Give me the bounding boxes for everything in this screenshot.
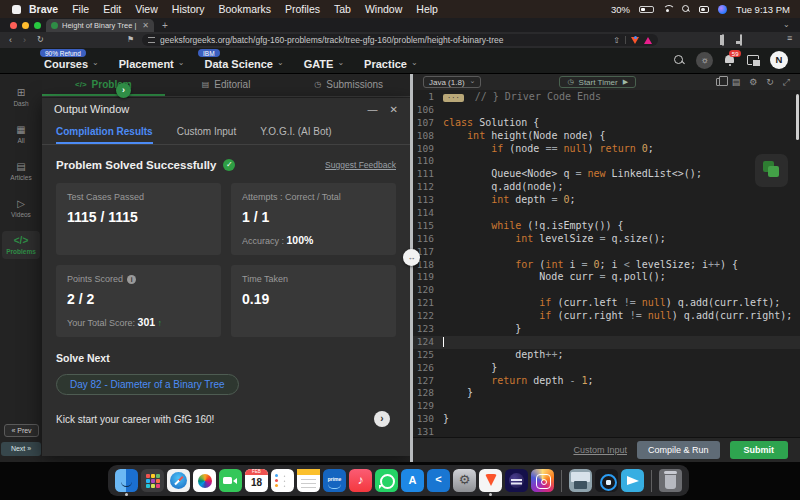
brave-rewards-icon[interactable] bbox=[644, 37, 652, 44]
tab-search-chevron-icon[interactable]: ⌄ bbox=[783, 20, 790, 29]
browser-tab[interactable]: Height of Binary Tree | Practi ✕ bbox=[46, 19, 154, 32]
nav-item-data-science[interactable]: Data Science bbox=[204, 58, 283, 70]
nav-item-placement[interactable]: Placement bbox=[119, 58, 185, 70]
cta-arrow-button[interactable]: › bbox=[374, 411, 390, 427]
share-icon[interactable]: ⇧ bbox=[613, 36, 620, 45]
dock-telegram-icon[interactable] bbox=[621, 469, 644, 492]
dock-minwindow-icon[interactable] bbox=[569, 469, 592, 492]
dock-settings-icon[interactable]: ⚙ bbox=[453, 469, 476, 492]
back-button[interactable]: ‹ bbox=[9, 35, 12, 45]
dock-appstore-icon[interactable]: A bbox=[401, 469, 424, 492]
notifications-bell-icon[interactable]: 59 bbox=[724, 54, 736, 66]
wifi-icon[interactable] bbox=[663, 5, 673, 13]
menubar-item-bookmarks[interactable]: Bookmarks bbox=[218, 3, 271, 15]
menubar-item-history[interactable]: History bbox=[172, 3, 205, 15]
menu-hamburger-icon[interactable]: ≡ bbox=[787, 33, 792, 43]
picture-in-picture-icon[interactable] bbox=[740, 35, 742, 45]
dock-safari-icon[interactable] bbox=[167, 469, 190, 492]
search-icon[interactable] bbox=[674, 55, 685, 66]
start-timer-button[interactable]: ◷ Start Timer ▶ bbox=[559, 76, 636, 88]
dock-finder-icon[interactable] bbox=[115, 469, 138, 492]
info-icon[interactable]: i bbox=[127, 275, 136, 284]
theme-toggle-icon[interactable]: ☼ bbox=[696, 52, 713, 69]
menubar-item-window[interactable]: Window bbox=[365, 3, 402, 15]
user-avatar[interactable]: N bbox=[770, 51, 788, 69]
nav-item-gate[interactable]: GATE bbox=[304, 58, 344, 70]
language-select[interactable]: Java (1.8) bbox=[423, 76, 481, 88]
tab-editorial[interactable]: ▤Editorial bbox=[165, 74, 288, 96]
nav-item-practice[interactable]: Practice bbox=[364, 58, 418, 70]
menubar-item-profiles[interactable]: Profiles bbox=[285, 3, 320, 15]
spotlight-icon[interactable] bbox=[682, 5, 690, 13]
output-tab-compilation-results[interactable]: Compilation Results bbox=[56, 120, 153, 144]
dock-quicktime-icon[interactable] bbox=[595, 469, 618, 492]
window-close-button[interactable] bbox=[10, 22, 17, 29]
document-icon[interactable]: ▤ bbox=[732, 77, 741, 87]
minimize-icon[interactable]: — bbox=[368, 104, 378, 115]
window-zoom-button[interactable] bbox=[34, 22, 41, 29]
code-area[interactable]: 1··· // } Driver Code Ends106107class So… bbox=[413, 91, 800, 437]
fold-badge[interactable]: ··· bbox=[443, 94, 464, 102]
next-problem-pill[interactable]: Day 82 - Diameter of a Binary Tree bbox=[56, 374, 239, 395]
next-button[interactable]: Next » bbox=[1, 442, 41, 456]
custom-input-link[interactable]: Custom Input bbox=[573, 445, 627, 455]
dock-launchpad-icon[interactable] bbox=[141, 469, 164, 492]
site-settings-icon[interactable] bbox=[148, 37, 155, 43]
url-bar[interactable]: geeksforgeeks.org/batch/gfg-160-problems… bbox=[142, 34, 658, 46]
new-tab-button[interactable]: + bbox=[162, 20, 168, 31]
nav-item-courses[interactable]: Courses bbox=[44, 58, 99, 70]
window-minimize-button[interactable] bbox=[22, 22, 29, 29]
copy-code-icon[interactable] bbox=[716, 78, 723, 86]
menubar-item-edit[interactable]: Edit bbox=[103, 3, 121, 15]
sidebar-item-videos[interactable]: ▷Videos bbox=[0, 194, 42, 222]
apple-icon[interactable] bbox=[12, 5, 21, 14]
splitter-handle[interactable]: ↔ bbox=[403, 249, 420, 266]
tab-submissions[interactable]: ◷Submissions bbox=[287, 74, 410, 96]
apps-switcher-icon[interactable] bbox=[747, 55, 759, 65]
dock-photos-icon[interactable] bbox=[193, 469, 216, 492]
dock-music-icon[interactable]: ♪ bbox=[349, 469, 372, 492]
dock-vscode-icon[interactable]: < bbox=[427, 469, 450, 492]
dock-facetime-icon[interactable] bbox=[219, 469, 242, 492]
sidebar-item-articles[interactable]: ▤Articles bbox=[0, 157, 42, 185]
dock-instagram-icon[interactable] bbox=[531, 469, 554, 492]
prev-button[interactable]: « Prev bbox=[4, 424, 39, 437]
tab-problem[interactable]: </>Problem bbox=[42, 74, 165, 96]
submit-button[interactable]: Submit bbox=[730, 441, 789, 459]
output-tab-y-o-g-i-ai-bot-[interactable]: Y.O.G.I. (AI Bot) bbox=[260, 120, 332, 144]
brave-shields-icon[interactable] bbox=[631, 37, 639, 44]
compare-code-floating-button[interactable] bbox=[755, 154, 788, 187]
forward-button[interactable]: › bbox=[23, 35, 26, 45]
menubar-item-help[interactable]: Help bbox=[416, 3, 438, 15]
panel-collapse-button[interactable]: › bbox=[116, 83, 131, 98]
menubar-clock[interactable]: Tue 9:13 PM bbox=[736, 4, 790, 15]
tab-close-icon[interactable]: ✕ bbox=[142, 21, 149, 30]
siri-icon[interactable] bbox=[718, 5, 727, 14]
menubar-item-tab[interactable]: Tab bbox=[334, 3, 351, 15]
reload-button[interactable]: ↻ bbox=[37, 35, 44, 44]
dock-primevideo-icon[interactable]: prime bbox=[323, 469, 346, 492]
dock-notes-icon[interactable] bbox=[297, 469, 320, 492]
settings-gear-icon[interactable]: ⚙ bbox=[749, 77, 757, 87]
dock-trash-icon[interactable] bbox=[659, 469, 682, 492]
dock-eclipse-icon[interactable] bbox=[505, 469, 528, 492]
sidebar-toggle-icon[interactable] bbox=[722, 35, 724, 45]
sidebar-item-dash[interactable]: ⊞Dash bbox=[0, 83, 42, 111]
dock-reminders-icon[interactable] bbox=[271, 469, 294, 492]
suggest-feedback-link[interactable]: Suggest Feedback bbox=[325, 160, 396, 170]
menubar-item-view[interactable]: View bbox=[135, 3, 158, 15]
close-icon[interactable]: ✕ bbox=[390, 104, 398, 115]
fullscreen-icon[interactable]: ⤢ bbox=[783, 77, 790, 88]
reset-code-icon[interactable]: ↻ bbox=[766, 77, 774, 87]
dock-brave-icon[interactable] bbox=[479, 469, 502, 492]
menubar-item-brave[interactable]: Brave bbox=[29, 3, 58, 15]
bookmark-flag-icon[interactable]: ⚑ bbox=[127, 35, 134, 44]
compile-run-button[interactable]: Compile & Run bbox=[637, 441, 720, 459]
control-center-icon[interactable] bbox=[699, 6, 709, 13]
dock-calendar-icon[interactable]: FEB18 bbox=[245, 469, 268, 492]
menubar-item-file[interactable]: File bbox=[72, 3, 89, 15]
output-tab-custom-input[interactable]: Custom Input bbox=[177, 120, 236, 144]
sidebar-item-problems[interactable]: </>Problems bbox=[2, 231, 40, 259]
editor-scrollbar[interactable] bbox=[796, 94, 799, 140]
dock-whatsapp-icon[interactable] bbox=[375, 469, 398, 492]
